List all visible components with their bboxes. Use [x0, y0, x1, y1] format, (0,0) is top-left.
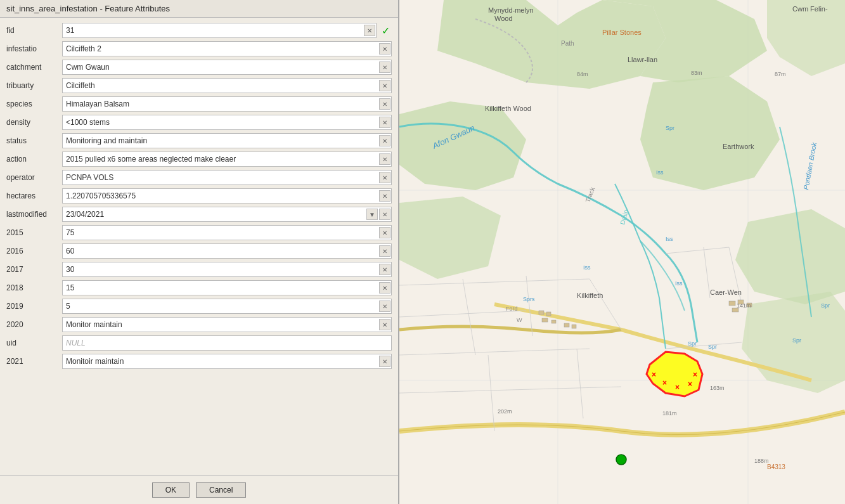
clear-btn-2016[interactable]: ✕ — [379, 245, 390, 257]
field-label-tribuarty: tribuarty — [6, 81, 62, 90]
clear-btn-2018[interactable]: ✕ — [379, 282, 390, 294]
svg-text:Iss: Iss — [583, 264, 591, 271]
clear-btn-density[interactable]: ✕ — [379, 117, 390, 128]
svg-text:Kilkiffeth: Kilkiffeth — [577, 292, 603, 299]
field-input-tribuarty[interactable] — [62, 78, 392, 93]
field-input-2021[interactable] — [62, 354, 392, 369]
clear-btn-2021[interactable]: ✕ — [379, 356, 390, 367]
field-row-2019: 2019✕ — [6, 299, 392, 314]
map-svg: × × × × × Mynydd-melyn Wood Path Pillar … — [399, 0, 845, 504]
clear-btn-status[interactable]: ✕ — [379, 135, 390, 146]
clear-btn-fid[interactable]: ✕ — [364, 25, 375, 36]
field-input-infestatio[interactable] — [62, 41, 392, 56]
field-input-lastmodified[interactable] — [62, 207, 392, 222]
svg-text:×: × — [662, 378, 667, 387]
svg-text:Wood: Wood — [494, 15, 513, 22]
svg-text:Spr: Spr — [821, 302, 830, 309]
svg-text:Spr: Spr — [666, 125, 674, 131]
svg-text:×: × — [652, 370, 656, 379]
field-input-2016[interactable] — [62, 243, 392, 259]
svg-text:Ford: Ford — [506, 306, 518, 312]
svg-rect-32 — [729, 301, 735, 306]
clear-btn-2015[interactable]: ✕ — [379, 227, 390, 238]
field-label-2017: 2017 — [6, 265, 62, 274]
clear-btn-lastmodified[interactable]: ✕ — [379, 209, 390, 220]
field-row-catchment: catchment✕ — [6, 60, 392, 75]
field-input-catchment[interactable] — [62, 60, 392, 75]
clear-btn-hectares[interactable]: ✕ — [379, 190, 390, 202]
field-input-2017[interactable] — [62, 262, 392, 277]
panel-title-bar: sit_inns_area_infestation - Feature Attr… — [0, 0, 398, 18]
clear-btn-catchment[interactable]: ✕ — [379, 61, 390, 73]
field-input-2018[interactable] — [62, 280, 392, 295]
map-panel[interactable]: × × × × × Mynydd-melyn Wood Path Pillar … — [399, 0, 845, 504]
field-row-operator: operator✕ — [6, 170, 392, 185]
field-label-fid: fid — [6, 26, 62, 35]
field-input-action[interactable] — [62, 152, 392, 167]
field-input-fid[interactable] — [62, 23, 377, 38]
svg-text:Path: Path — [561, 40, 574, 47]
field-label-hectares: hectares — [6, 191, 62, 200]
field-input-wrap-2020: ✕ — [62, 317, 392, 332]
field-row-density: density✕ — [6, 115, 392, 130]
field-input-density[interactable] — [62, 115, 392, 130]
field-input-wrap-operator: ✕ — [62, 170, 392, 185]
svg-text:W: W — [517, 317, 522, 323]
svg-text:Spr: Spr — [708, 344, 717, 350]
clear-btn-operator[interactable]: ✕ — [379, 172, 390, 183]
field-row-fid: fid✕✓ — [6, 23, 392, 38]
field-label-2021: 2021 — [6, 357, 62, 366]
clear-btn-species[interactable]: ✕ — [379, 98, 390, 110]
svg-text:Pillar Stones: Pillar Stones — [602, 29, 642, 36]
field-label-infestatio: infestatio — [6, 44, 62, 53]
button-row: OK Cancel — [0, 475, 398, 504]
clear-btn-tribuarty[interactable]: ✕ — [379, 80, 390, 91]
clear-btn-infestatio[interactable]: ✕ — [379, 43, 390, 55]
clear-btn-action[interactable]: ✕ — [379, 153, 390, 165]
field-row-species: species✕ — [6, 96, 392, 112]
svg-text:Sprs: Sprs — [523, 296, 535, 302]
svg-text:84m: 84m — [577, 71, 588, 77]
field-input-species[interactable] — [62, 96, 392, 112]
field-input-uid[interactable] — [62, 335, 392, 351]
field-row-2016: 2016✕ — [6, 243, 392, 259]
cancel-button[interactable]: Cancel — [196, 482, 246, 498]
svg-point-42 — [616, 455, 626, 465]
field-row-2021: 2021✕ — [6, 354, 392, 369]
clear-btn-2017[interactable]: ✕ — [379, 264, 390, 275]
field-input-status[interactable] — [62, 133, 392, 148]
svg-text:Iss: Iss — [666, 236, 673, 242]
field-input-wrap-infestatio: ✕ — [62, 41, 392, 56]
clear-btn-2020[interactable]: ✕ — [379, 319, 390, 330]
feature-attributes-panel: sit_inns_area_infestation - Feature Attr… — [0, 0, 399, 504]
field-input-wrap-hectares: ✕ — [62, 188, 392, 204]
field-input-2015[interactable] — [62, 225, 392, 240]
field-label-uid: uid — [6, 339, 62, 347]
svg-text:×: × — [688, 380, 692, 389]
field-row-tribuarty: tribuarty✕ — [6, 78, 392, 93]
field-input-2020[interactable] — [62, 317, 392, 332]
field-input-hectares[interactable] — [62, 188, 392, 204]
field-row-2015: 2015✕ — [6, 225, 392, 240]
field-label-status: status — [6, 136, 62, 145]
svg-text:Iss: Iss — [656, 169, 664, 176]
field-input-2019[interactable] — [62, 299, 392, 314]
svg-text:×: × — [675, 383, 680, 392]
field-row-status: status✕ — [6, 133, 392, 148]
field-input-wrap-2016: ✕ — [62, 243, 392, 259]
svg-rect-30 — [564, 323, 569, 327]
field-row-infestatio: infestatio✕ — [6, 41, 392, 56]
valid-icon-fid: ✓ — [379, 24, 392, 37]
svg-text:Spr: Spr — [688, 340, 697, 347]
field-row-hectares: hectares✕ — [6, 188, 392, 204]
svg-text:Earthwork: Earthwork — [723, 143, 754, 150]
field-input-wrap-uid — [62, 335, 392, 351]
clear-btn-2019[interactable]: ✕ — [379, 300, 390, 312]
dropdown-btn-lastmodified[interactable]: ▼ — [366, 209, 378, 220]
svg-text:87m: 87m — [775, 71, 786, 77]
field-input-wrap-fid: ✕ — [62, 23, 377, 38]
field-input-operator[interactable] — [62, 170, 392, 185]
svg-text:Kilkiffeth Wood: Kilkiffeth Wood — [485, 105, 531, 112]
ok-button[interactable]: OK — [152, 482, 190, 498]
svg-rect-29 — [552, 320, 556, 323]
